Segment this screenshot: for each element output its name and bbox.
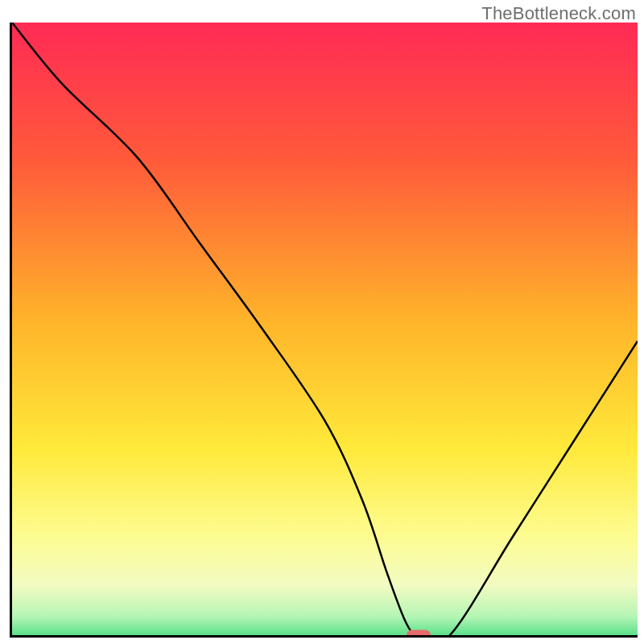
bottleneck-curve [12,23,638,635]
watermark-text: TheBottleneck.com [481,3,636,24]
chart-frame: TheBottleneck.com [0,0,644,644]
optimal-marker [407,630,431,638]
plot-area [10,23,638,638]
